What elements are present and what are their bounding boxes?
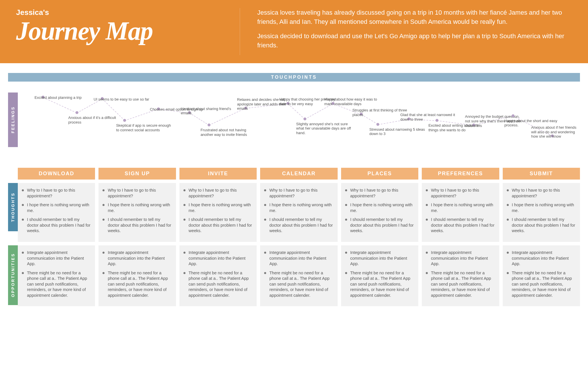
phase-submit: SUBMIT: [503, 168, 580, 180]
list-item: Why to I have to go to this appointment?: [345, 188, 414, 199]
list-item: Integrate appointment communication into…: [507, 250, 576, 267]
list-item: Why to I have to go to this appointment?: [102, 188, 172, 199]
phase-calendar: CALENDAR: [260, 168, 337, 180]
list-item: I hope there is nothing wrong with me.: [426, 202, 495, 213]
feelings-point: [436, 119, 438, 122]
list-item: I hope there is nothing wrong with me.: [22, 202, 91, 213]
feelings-point: [512, 114, 514, 117]
list-item: There might be no need for a phone call …: [183, 270, 253, 298]
feelings-row: FEELINGS Excited about planning a tripAn…: [8, 82, 580, 165]
opps-card: Integrate appointment communication into…: [422, 245, 499, 307]
owner-name: Jessica's: [16, 8, 228, 17]
list-item: Why to I have to go to this appointment?: [426, 188, 495, 199]
feelings-label: Happy about how easy it was to mark unav…: [324, 97, 382, 106]
list-item: There might be no need for a phone call …: [22, 270, 91, 298]
feelings-point: [303, 117, 306, 120]
thoughts-cards: Why to I have to go to this appointment?…: [18, 183, 580, 242]
touchpoints-banner: TOUCHPOINTS: [8, 73, 580, 82]
opps-card: Integrate appointment communication into…: [18, 245, 95, 307]
opps-cards: Integrate appointment communication into…: [18, 245, 580, 307]
thoughts-card: Why to I have to go to this appointment?…: [422, 183, 499, 242]
feelings-label: Hesitant about sharing friend's emails: [181, 107, 238, 115]
feelings-chart: Excited about planning a tripAnxious abo…: [18, 82, 580, 165]
opps-card: Integrate appointment communication into…: [503, 245, 580, 307]
thoughts-row: THOUGHTS Why to I have to go to this app…: [8, 183, 580, 242]
list-item: There might be no need for a phone call …: [345, 270, 414, 298]
feelings-label: Anxious about if her friends will also d…: [531, 125, 580, 139]
phase-invite: INVITE: [179, 168, 257, 180]
list-item: I hope there is nothing wrong with me.: [264, 202, 333, 213]
opps-tab-label: OPPORTUNITIES: [11, 253, 15, 297]
feelings-label: Glad that she at least narrowed it down …: [400, 113, 458, 122]
phase-preferences: PREFERENCES: [422, 168, 499, 180]
phase-sign-up: SIGN UP: [98, 168, 176, 180]
list-item: Why to I have to go to this appointment?: [22, 188, 91, 199]
thoughts-tab: THOUGHTS: [8, 183, 18, 231]
list-item: I hope there is nothing wrong with me.: [183, 202, 253, 213]
list-item: I hope there is nothing wrong with me.: [102, 202, 172, 213]
feelings-label: Slightly annoyed she's not sure what her…: [296, 122, 354, 135]
opps-card: Integrate appointment communication into…: [260, 245, 337, 307]
list-item: I should remember to tell my doctor abou…: [264, 217, 333, 234]
list-item: Why to I have to go to this appointment?: [183, 188, 253, 199]
opps-card: Integrate appointment communication into…: [179, 245, 257, 307]
opps-card: Integrate appointment communication into…: [98, 245, 176, 307]
list-item: Integrate appointment communication into…: [426, 250, 495, 267]
header: Jessica's Journey Map Jessica loves trav…: [0, 0, 588, 63]
thoughts-card: Why to I have to go to this appointment?…: [18, 183, 95, 242]
list-item: Integrate appointment communication into…: [264, 250, 333, 267]
feelings-tab: FEELINGS: [8, 92, 18, 147]
list-item: I should remember to tell my doctor abou…: [507, 217, 576, 234]
list-item: I should remember to tell my doctor abou…: [183, 217, 253, 234]
feelings-point: [208, 124, 210, 126]
list-item: There might be no need for a phone call …: [507, 270, 576, 298]
thoughts-card: Why to I have to go to this appointment?…: [260, 183, 337, 242]
list-item: I should remember to tell my doctor abou…: [345, 217, 414, 234]
list-item: Integrate appointment communication into…: [102, 250, 172, 267]
feelings-label: UI seems to be easy to use so far: [94, 97, 149, 102]
opps-row: OPPORTUNITIES Integrate appointment comm…: [8, 245, 580, 307]
feelings-label: Frustrated about not having another way …: [200, 128, 258, 137]
feelings-label: Stressed about narrowing 5 ideas down to…: [369, 127, 427, 136]
list-item: There might be no need for a phone call …: [426, 270, 495, 298]
list-item: Why to I have to go to this appointment?: [507, 188, 576, 199]
list-item: I should remember to tell my doctor abou…: [22, 217, 91, 234]
opps-tab: OPPORTUNITIES: [8, 245, 18, 305]
phase-headers: DOWNLOADSIGN UPINVITECALENDARPLACESPREFE…: [18, 168, 580, 180]
thoughts-tab-label: THOUGHTS: [11, 192, 15, 222]
thoughts-card: Why to I have to go to this appointment?…: [503, 183, 580, 242]
list-item: Why to I have to go to this appointment?: [264, 188, 333, 199]
feelings-label: Excited about planning a trip: [34, 95, 82, 100]
phase-places: PLACES: [341, 168, 418, 180]
list-item: I should remember to tell my doctor abou…: [426, 217, 495, 234]
list-item: Integrate appointment communication into…: [22, 250, 91, 267]
list-item: There might be no need for a phone call …: [264, 270, 333, 298]
list-item: I should remember to tell my doctor abou…: [102, 217, 172, 234]
thoughts-card: Why to I have to go to this appointment?…: [98, 183, 176, 242]
opps-card: Integrate appointment communication into…: [341, 245, 418, 307]
page-title: Journey Map: [16, 18, 228, 44]
list-item: There might be no need for a phone call …: [102, 270, 172, 298]
feelings-tab-label: FEELINGS: [11, 106, 15, 133]
feelings-point: [76, 111, 78, 114]
phase-download: DOWNLOAD: [18, 168, 95, 180]
thoughts-card: Why to I have to go to this appointment?…: [179, 183, 257, 242]
header-left: Jessica's Journey Map: [16, 8, 240, 55]
feelings-point: [376, 123, 379, 126]
desc-paragraph-1: Jessica loves traveling has already disc…: [257, 8, 572, 26]
feelings-point: [123, 119, 126, 122]
body: TOUCHPOINTS FEELINGS Excited about plann…: [0, 63, 588, 306]
desc-paragraph-2: Jessica decided to download and use the …: [257, 32, 572, 50]
feelings-label: Skeptical if app is secure enough to con…: [116, 123, 173, 132]
list-item: I hope there is nothing wrong with me.: [507, 202, 576, 213]
header-description: Jessica loves traveling has already disc…: [240, 8, 572, 55]
list-item: Integrate appointment communication into…: [345, 250, 414, 267]
thoughts-card: Why to I have to go to this appointment?…: [341, 183, 418, 242]
list-item: Integrate appointment communication into…: [183, 250, 253, 267]
list-item: I hope there is nothing wrong with me.: [345, 202, 414, 213]
